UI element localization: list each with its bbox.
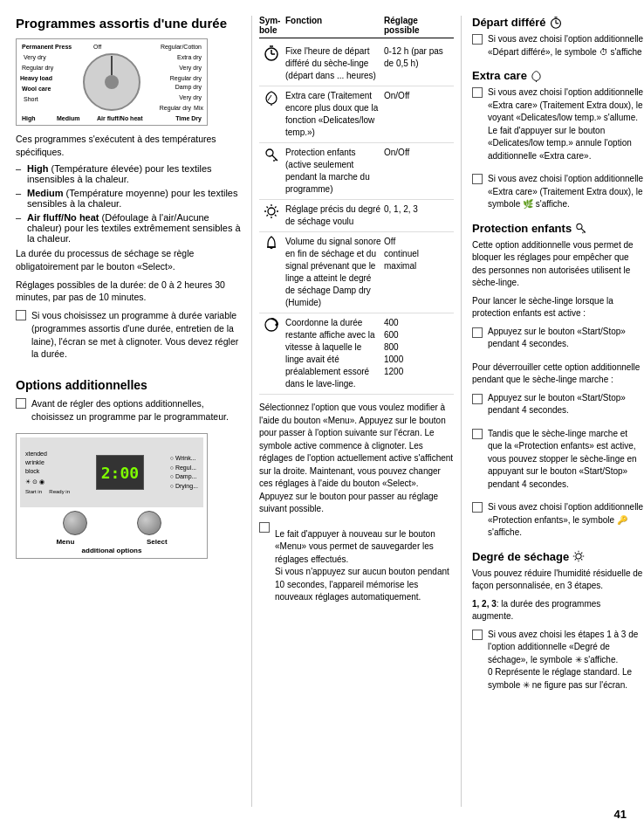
table-row-childlock: Protection enfants (active seulement pen…	[259, 143, 454, 200]
reg-dryness: 0, 1, 2, 3	[384, 203, 454, 216]
func-extracare: Extra care (Traitement encore plus doux …	[285, 90, 382, 139]
dial-label-heavyload: Heavy load	[20, 75, 52, 81]
bullet-content-air: Air fluff/No heat (Défoulage à l'air/Auc…	[27, 212, 241, 244]
func-rpm: Coordonne la durée restante affiche avec…	[285, 317, 382, 390]
svg-line-21	[267, 215, 269, 217]
panel-label-wrinkle: wrinkle	[25, 458, 70, 467]
table-row-dryness: Réglage précis du degré de séchage voulu…	[259, 200, 454, 232]
right-text-degre1: Vous pouvez réduire l'humidité résiduell…	[472, 568, 644, 593]
panel-label-regul: ○ Regul...	[170, 464, 198, 473]
bullet-air: – Air fluff/No heat (Défoulage à l'air/A…	[16, 212, 241, 244]
panel-label-block: block	[25, 467, 70, 476]
right-checkbox-degre1: Si vous avez choisi les étapes 1 à 3 de …	[472, 629, 644, 698]
th-symbol: Sym-bole	[259, 16, 284, 35]
dial-label-verydry-r: Very dry	[179, 65, 202, 71]
reg-extracare: On/Off	[384, 90, 454, 102]
dial-label-regulardry-l: Regular dry	[22, 65, 53, 71]
table-row-extracare: Extra care (Traitement encore plus doux …	[259, 86, 454, 143]
key-icon	[264, 147, 278, 162]
right-checkbox-degre1-box	[472, 630, 483, 640]
depart-title-text: Départ différé	[472, 16, 546, 29]
right-column: Départ différé Si vous avez choisi l'opt…	[461, 16, 644, 807]
dial-circle-svg	[81, 52, 142, 113]
svg-line-40	[581, 559, 582, 560]
panel-start-in-label: Start in Ready in	[25, 488, 70, 495]
svg-point-34	[576, 554, 581, 559]
sym-extracare	[259, 90, 284, 106]
dial-label-high: High	[22, 115, 36, 121]
page-number: 41	[614, 808, 627, 821]
spin-icon	[264, 317, 279, 333]
checkbox-options-intro-box	[16, 398, 26, 409]
right-checkbox-protection1: Appuyez sur le bouton «Start/Stop» penda…	[472, 326, 644, 356]
control-panel-box: xtended wrinkle block ☀ ⊙ ◉ Start in Rea…	[16, 433, 208, 559]
timer-icon	[264, 45, 279, 61]
knob-menu-label: Menu	[56, 538, 74, 546]
right-square-checkbox-protection2-box	[472, 394, 483, 404]
reg-rpm: 40060080010001200	[384, 317, 454, 378]
checkbox-mid-save: Le fait d'appuyer à nouveau sur le bouto…	[259, 521, 454, 604]
dial-label-mix: Mix	[194, 105, 203, 111]
dial-label-air: Air fluff/No heat	[97, 115, 143, 121]
right-text-protection-symbol: Si vous avez choisi l'option additionnel…	[488, 501, 644, 540]
section-extracare-title: Extra care	[472, 69, 644, 82]
svg-line-8	[268, 95, 271, 100]
svg-line-10	[272, 155, 277, 161]
panel-icon3: ◉	[39, 478, 45, 485]
sym-volume	[259, 236, 284, 251]
right-checkbox-depart-box	[472, 34, 483, 45]
panel-icons-row: ☀ ⊙ ◉	[25, 478, 70, 486]
bullet-content-high: High (Température élevée) pour les texti…	[27, 163, 241, 184]
table-row-rpm: Coordonne la durée restante affiche avec…	[259, 313, 454, 395]
dial-label-permanent: Permanent Press	[22, 44, 72, 50]
left-column: Programmes assortis d'une durée Permanen…	[16, 16, 251, 807]
section1-title: Programmes assortis d'une durée	[16, 16, 241, 31]
degre-title-text: Degré de séchage	[472, 550, 569, 563]
dial-label-short: Short	[24, 96, 38, 102]
knob-menu[interactable]	[63, 511, 87, 535]
right-checkbox-protection3-box	[472, 429, 483, 439]
right-checkbox-protection2: Appuyez sur le bouton «Start/Stop» penda…	[472, 392, 644, 423]
sym-timer	[259, 45, 284, 61]
section-protection-title: Protection enfants	[472, 222, 644, 235]
dial-label-verydry-l: Very dry	[24, 54, 46, 60]
sun-icon	[264, 203, 279, 219]
right-checkbox-extracare2-box	[472, 174, 483, 184]
knob-select[interactable]	[137, 511, 161, 535]
svg-line-41	[581, 553, 582, 554]
right-checkbox-depart: Si vous avez choisi l'option additionnel…	[472, 33, 644, 64]
svg-line-39	[575, 553, 576, 554]
dial-label-woolcare: Wool care	[22, 86, 51, 92]
body-text-duration: La durée du processus de séchage se règl…	[16, 247, 241, 272]
svg-line-20	[275, 207, 277, 209]
func-childlock: Protection enfants (active seulement pen…	[285, 147, 382, 196]
bullet-content-medium: Medium (Température moyenne) pour les te…	[27, 188, 241, 209]
th-reglage: Réglagepossible	[384, 16, 454, 35]
reg-volume: Offcontinuelmaximal	[384, 236, 454, 272]
checkbox-mid-save-text: Le fait d'appuyer à nouveau sur le bouto…	[275, 528, 454, 604]
section-degre-title: Degré de séchage	[472, 550, 644, 563]
additional-options-label: additional options	[20, 547, 203, 554]
depart-clock-icon	[550, 17, 562, 29]
svg-point-9	[266, 149, 273, 156]
control-panel-inner: xtended wrinkle block ☀ ⊙ ◉ Start in Rea…	[20, 437, 203, 507]
panel-display: 2:00	[96, 455, 144, 490]
right-checkbox-protection3: Tandis que le sèche-linge marche et que …	[472, 428, 644, 497]
dial-label-off: Off	[93, 44, 101, 50]
extracare-title-text: Extra care	[472, 69, 527, 82]
checkbox-options-intro: Avant de régler des options additionnell…	[16, 397, 241, 428]
reg-timer: 0-12 h (par pas de 0,5 h)	[384, 45, 454, 70]
right-checkbox-extracare1-box	[472, 87, 483, 98]
func-volume: Volume du signal sonore en fin de séchag…	[285, 236, 382, 309]
th-fonction: Fonction	[285, 16, 382, 35]
svg-line-42	[575, 559, 576, 560]
panel-label-drying: ○ Drying...	[170, 482, 198, 492]
right-text-extracare2: Si vous avez choisi l'option additionnel…	[488, 173, 644, 211]
svg-marker-24	[275, 322, 277, 327]
right-text-protection-unlock: Appuyez sur le bouton «Start/Stop» penda…	[488, 392, 644, 417]
leaf-icon	[264, 90, 278, 106]
degre-sun-icon	[572, 550, 585, 562]
func-timer: Fixe l'heure de départ différé du sèche-…	[285, 45, 382, 82]
dial-label-regulardry-mix: Regular dry	[160, 105, 191, 111]
dial-label-extradry: Extra dry	[177, 54, 202, 60]
